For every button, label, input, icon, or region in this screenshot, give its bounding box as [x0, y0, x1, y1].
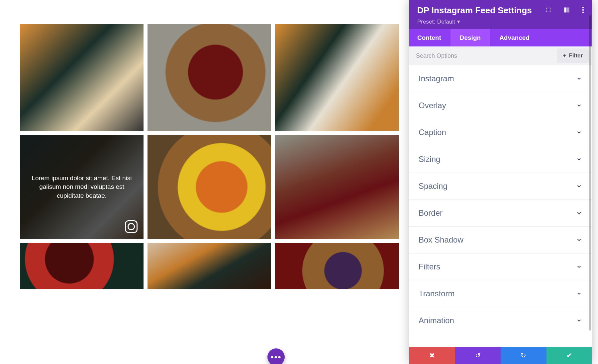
feed-image	[20, 24, 144, 131]
check-icon: ✔	[566, 351, 572, 359]
filter-button[interactable]: + Filter	[557, 48, 589, 63]
tab-advanced[interactable]: Advanced	[490, 29, 539, 46]
preset-label: Preset:	[417, 19, 435, 25]
instagram-feed-grid: Lorem ipsum dolor sit amet. Est nisi gal…	[20, 24, 399, 289]
section-label: Transform	[419, 289, 454, 298]
feed-image	[275, 243, 399, 289]
feed-item[interactable]	[148, 243, 271, 289]
settings-tabs: Content Design Advanced	[409, 29, 592, 46]
section-overlay[interactable]: Overlay	[409, 92, 592, 119]
module-options-fab[interactable]: •••	[267, 348, 285, 364]
chevron-down-icon	[576, 237, 582, 243]
snap-icon[interactable]	[563, 7, 570, 15]
svg-point-2	[582, 7, 584, 8]
close-icon: ✖	[429, 351, 435, 359]
feed-image	[275, 24, 399, 131]
save-button[interactable]: ✔	[547, 347, 592, 364]
section-label: Sizing	[419, 155, 440, 164]
panel-header: DP Instagram Feed Settings Preset: Defau…	[409, 0, 592, 29]
section-border[interactable]: Border	[409, 200, 592, 227]
preset-value: Default	[437, 19, 455, 25]
section-label: Filters	[419, 262, 440, 271]
preset-selector[interactable]: Preset: Default ▾	[417, 18, 584, 25]
feed-item[interactable]: Lorem ipsum dolor sit amet. Est nisi gal…	[20, 135, 144, 239]
section-spacing[interactable]: Spacing	[409, 173, 592, 200]
feed-image	[148, 24, 271, 131]
panel-scrollbar[interactable]	[589, 15, 591, 330]
section-label: Box Shadow	[419, 235, 463, 245]
feed-item[interactable]	[275, 135, 399, 239]
feed-item[interactable]	[148, 135, 271, 239]
section-animation[interactable]: Animation	[409, 307, 592, 334]
undo-icon: ↺	[475, 351, 481, 359]
svg-point-3	[582, 9, 584, 10]
section-label: Border	[419, 208, 443, 218]
svg-point-4	[582, 11, 584, 13]
section-caption[interactable]: Caption	[409, 119, 592, 146]
instagram-icon[interactable]	[125, 220, 138, 233]
feed-item[interactable]	[275, 243, 399, 289]
redo-button[interactable]: ↻	[501, 347, 547, 364]
chevron-down-icon	[576, 103, 582, 109]
feed-image	[20, 243, 144, 289]
credit-text	[409, 334, 592, 347]
section-sizing[interactable]: Sizing	[409, 146, 592, 173]
section-instagram[interactable]: Instagram	[409, 65, 592, 92]
feed-item[interactable]	[20, 243, 144, 289]
chevron-down-icon	[576, 291, 582, 297]
feed-item[interactable]	[275, 24, 399, 131]
plus-icon: +	[563, 52, 566, 59]
feed-item[interactable]	[148, 24, 271, 131]
chevron-down-icon	[576, 210, 582, 216]
section-transform[interactable]: Transform	[409, 280, 592, 307]
chevron-down-icon	[576, 76, 582, 82]
chevron-down-icon	[576, 156, 582, 162]
chevron-down-icon	[576, 183, 582, 189]
caret-down-icon: ▾	[457, 18, 460, 25]
svg-rect-1	[567, 7, 569, 12]
section-box-shadow[interactable]: Box Shadow	[409, 227, 592, 254]
search-input[interactable]	[409, 47, 554, 65]
filter-label: Filter	[569, 52, 583, 59]
section-label: Instagram	[419, 74, 454, 83]
section-label: Animation	[419, 316, 454, 325]
chevron-down-icon	[576, 129, 582, 135]
section-label: Overlay	[419, 101, 446, 110]
feed-image	[148, 243, 271, 289]
search-row: + Filter	[409, 46, 592, 65]
feed-item-caption: Lorem ipsum dolor sit amet. Est nisi gal…	[30, 174, 134, 200]
expand-icon[interactable]	[545, 7, 551, 15]
chevron-down-icon	[576, 264, 582, 270]
feed-item[interactable]	[20, 24, 144, 131]
feed-image	[148, 135, 271, 239]
feed-image	[275, 135, 399, 239]
section-label: Caption	[419, 128, 446, 137]
settings-panel: DP Instagram Feed Settings Preset: Defau…	[409, 0, 592, 364]
undo-button[interactable]: ↺	[455, 347, 501, 364]
kebab-menu-icon[interactable]	[582, 7, 584, 15]
chevron-down-icon	[576, 318, 582, 324]
sections-list: Instagram Overlay Caption Sizing Spacing…	[409, 65, 592, 347]
panel-title: DP Instagram Feed Settings	[417, 5, 532, 16]
panel-action-bar: ✖ ↺ ↻ ✔	[409, 347, 592, 364]
svg-rect-0	[564, 7, 567, 12]
tab-content[interactable]: Content	[409, 29, 450, 46]
cancel-button[interactable]: ✖	[409, 347, 455, 364]
tab-design[interactable]: Design	[450, 29, 490, 46]
section-filters[interactable]: Filters	[409, 254, 592, 280]
ellipsis-icon: •••	[270, 352, 281, 362]
section-label: Spacing	[419, 182, 448, 191]
redo-icon: ↻	[521, 351, 526, 359]
